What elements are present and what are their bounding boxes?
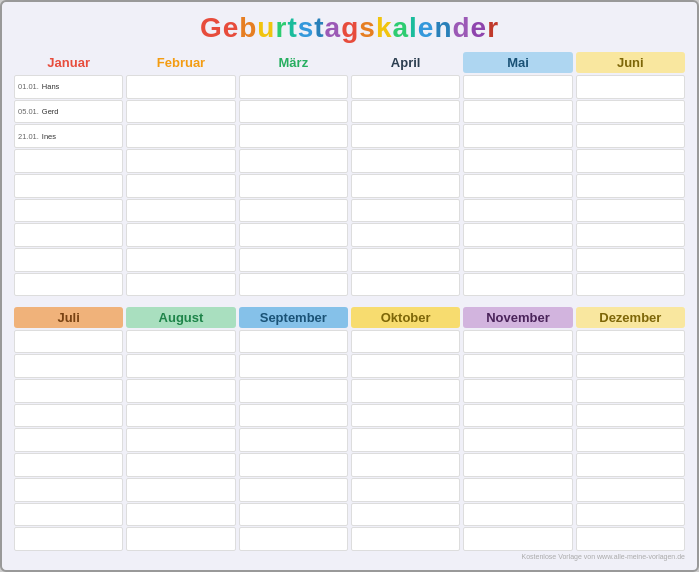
month-label: Mai (463, 52, 572, 73)
cell (351, 478, 460, 502)
cell (576, 199, 685, 223)
cell (14, 199, 123, 223)
cell (239, 75, 348, 99)
cell (351, 354, 460, 378)
data-row (14, 527, 685, 551)
cell (239, 174, 348, 198)
cell (239, 379, 348, 403)
month-label: März (239, 52, 348, 73)
cell (351, 75, 460, 99)
cell-name: Ines (42, 132, 56, 141)
cell (351, 404, 460, 428)
cell (14, 248, 123, 272)
cell (351, 149, 460, 173)
cell (239, 223, 348, 247)
month-label: Juli (14, 307, 123, 328)
cell (14, 404, 123, 428)
cell: 21.01.Ines (14, 124, 123, 148)
month-label: Oktober (351, 307, 460, 328)
month-label: November (463, 307, 572, 328)
cell (126, 527, 235, 551)
cell-date: 01.01. (18, 82, 39, 91)
bottom-month-headers: JuliAugustSeptemberOktoberNovemberDezemb… (14, 307, 685, 328)
cell (14, 273, 123, 297)
cell (351, 453, 460, 477)
cell (126, 453, 235, 477)
cell (576, 149, 685, 173)
cell (239, 428, 348, 452)
cell (576, 428, 685, 452)
cell (576, 527, 685, 551)
cell (126, 404, 235, 428)
data-row (14, 149, 685, 173)
month-label: Dezember (576, 307, 685, 328)
cell (239, 100, 348, 124)
cell (239, 273, 348, 297)
top-rows-area: 01.01.Hans05.01.Gerd21.01.Ines (14, 75, 685, 297)
data-row (14, 478, 685, 502)
cell (351, 330, 460, 354)
cell (126, 100, 235, 124)
cell (463, 503, 572, 527)
cell (126, 174, 235, 198)
cell (126, 428, 235, 452)
cell (239, 478, 348, 502)
cell (576, 124, 685, 148)
cell (14, 478, 123, 502)
data-row (14, 354, 685, 378)
cell (239, 330, 348, 354)
cell (463, 273, 572, 297)
cell (463, 330, 572, 354)
cell (14, 379, 123, 403)
data-row: 01.01.Hans (14, 75, 685, 99)
cell (14, 223, 123, 247)
cell (351, 248, 460, 272)
cell (351, 503, 460, 527)
data-row (14, 330, 685, 354)
month-label: April (351, 52, 460, 73)
data-row (14, 174, 685, 198)
bottom-rows-area (14, 330, 685, 552)
cell (463, 124, 572, 148)
cell (463, 428, 572, 452)
cell (14, 503, 123, 527)
cell (126, 199, 235, 223)
data-row (14, 223, 685, 247)
cell (351, 100, 460, 124)
calendar-wrapper: Geburtstagskalender JanuarFebruarMärzApr… (0, 0, 699, 572)
cell (463, 174, 572, 198)
cell (576, 223, 685, 247)
cell-date: 05.01. (18, 107, 39, 116)
month-label: Februar (126, 52, 235, 73)
cell (239, 149, 348, 173)
cell (239, 527, 348, 551)
month-label: Juni (576, 52, 685, 73)
cell (239, 124, 348, 148)
cell (463, 527, 572, 551)
cell (351, 527, 460, 551)
cell (351, 428, 460, 452)
cell (14, 527, 123, 551)
data-row (14, 503, 685, 527)
data-row: 21.01.Ines (14, 124, 685, 148)
data-row: 05.01.Gerd (14, 100, 685, 124)
data-row (14, 273, 685, 297)
cell (576, 174, 685, 198)
cell (351, 199, 460, 223)
cell-name: Hans (42, 82, 60, 91)
cell (463, 75, 572, 99)
cell: 05.01.Gerd (14, 100, 123, 124)
cell (239, 248, 348, 272)
data-row (14, 453, 685, 477)
cell (14, 149, 123, 173)
cell (126, 75, 235, 99)
cell: 01.01.Hans (14, 75, 123, 99)
month-label: Januar (14, 52, 123, 73)
cell (126, 330, 235, 354)
cell (351, 223, 460, 247)
cell (126, 273, 235, 297)
data-row (14, 248, 685, 272)
cell (576, 273, 685, 297)
top-month-headers: JanuarFebruarMärzAprilMaiJuni (14, 52, 685, 73)
cell (351, 174, 460, 198)
